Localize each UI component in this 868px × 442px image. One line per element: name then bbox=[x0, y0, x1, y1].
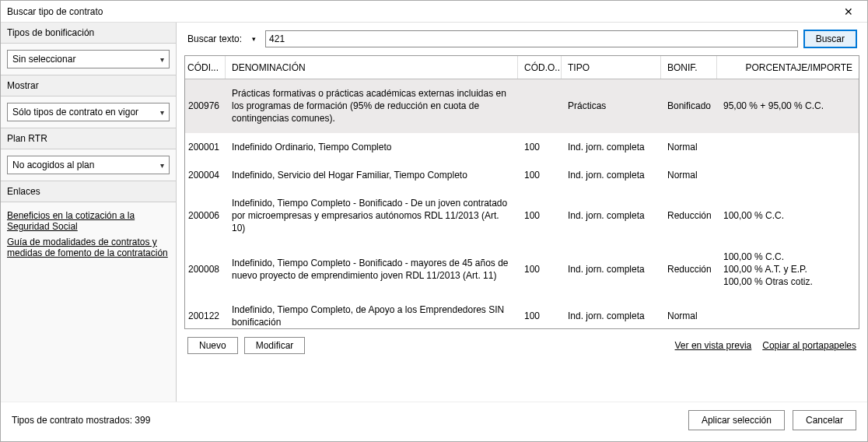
col-codigo[interactable]: CÓDI... bbox=[185, 56, 226, 79]
chevron-down-icon: ▾ bbox=[160, 161, 164, 170]
cancel-button[interactable]: Cancelar bbox=[793, 410, 856, 430]
status-count: Tipos de contrato mostrados: 399 bbox=[12, 415, 150, 426]
footer: Tipos de contrato mostrados: 399 Aplicar… bbox=[1, 402, 867, 441]
table-row[interactable]: 200001Indefinido Ordinario, Tiempo Compl… bbox=[185, 133, 859, 161]
search-button[interactable]: Buscar bbox=[804, 30, 856, 47]
cell-porcentaje bbox=[717, 133, 859, 161]
sidebar: Tipos de bonificación Sin seleccionar ▾ … bbox=[1, 23, 177, 402]
bonif-type-value: Sin seleccionar bbox=[12, 54, 75, 65]
col-tipo[interactable]: TIPO bbox=[562, 56, 661, 79]
cell-denominacion: Indefinido, Tiempo Completo - Bonificado… bbox=[226, 243, 518, 296]
cell-bonif: Reducción bbox=[661, 243, 717, 296]
mostrar-value: Sólo tipos de contrato en vigor bbox=[12, 107, 138, 118]
cell-codigo: 200008 bbox=[185, 243, 226, 296]
cell-tipo: Ind. jorn. completa bbox=[562, 189, 661, 243]
search-bar: Buscar texto: ▾ Buscar bbox=[184, 30, 859, 47]
modificar-button[interactable]: Modificar bbox=[244, 337, 306, 354]
cell-cod-o: 100 bbox=[518, 133, 562, 161]
enlaces-label: Enlaces bbox=[1, 181, 176, 202]
cell-denominacion: Prácticas formativas o prácticas académi… bbox=[226, 79, 518, 133]
cell-codigo: 200001 bbox=[185, 133, 226, 161]
main-area: Tipos de bonificación Sin seleccionar ▾ … bbox=[1, 23, 867, 402]
search-label: Buscar texto: bbox=[187, 33, 242, 44]
search-mode-dropdown-icon[interactable]: ▾ bbox=[248, 35, 259, 43]
table-row[interactable]: 200976Prácticas formativas o prácticas a… bbox=[185, 79, 859, 133]
table-header: CÓDI... DENOMINACIÓN CÓD.O... TIPO BONIF… bbox=[185, 56, 859, 79]
table-row[interactable]: 200006Indefinido, Tiempo Completo - Boni… bbox=[185, 189, 859, 243]
cell-cod-o: 100 bbox=[518, 243, 562, 296]
chevron-down-icon: ▾ bbox=[160, 108, 164, 117]
table-body[interactable]: 200976Prácticas formativas o prácticas a… bbox=[185, 79, 859, 328]
cell-cod-o: 100 bbox=[518, 296, 562, 328]
cell-denominacion: Indefinido, Tiempo Completo, de Apoyo a … bbox=[226, 296, 518, 328]
cell-bonif: Normal bbox=[661, 296, 717, 328]
plan-combo[interactable]: No acogidos al plan ▾ bbox=[7, 156, 170, 174]
mostrar-label: Mostrar bbox=[1, 75, 176, 96]
titlebar: Buscar tipo de contrato ✕ bbox=[1, 1, 867, 23]
table-row[interactable]: 200004Indefinido, Servicio del Hogar Fam… bbox=[185, 161, 859, 189]
search-input[interactable] bbox=[265, 30, 798, 47]
mostrar-combo[interactable]: Sólo tipos de contrato en vigor ▾ bbox=[7, 103, 170, 121]
window-title: Buscar tipo de contrato bbox=[7, 6, 103, 17]
plan-label: Plan RTR bbox=[1, 128, 176, 149]
bonif-type-combo[interactable]: Sin seleccionar ▾ bbox=[7, 50, 170, 68]
cell-cod-o bbox=[518, 79, 562, 133]
cell-porcentaje: 95,00 % + 95,00 % C.C. bbox=[717, 79, 859, 133]
nuevo-button[interactable]: Nuevo bbox=[187, 337, 238, 354]
col-denominacion[interactable]: DENOMINACIÓN bbox=[226, 56, 518, 79]
cell-bonif: Normal bbox=[661, 133, 717, 161]
table-actions: Nuevo Modificar Ver en vista previa Copi… bbox=[184, 329, 859, 362]
table-row[interactable]: 200122Indefinido, Tiempo Completo, de Ap… bbox=[185, 296, 859, 328]
content-pane: Buscar texto: ▾ Buscar CÓDI... DENOMINAC… bbox=[177, 23, 867, 402]
cell-codigo: 200122 bbox=[185, 296, 226, 328]
cell-bonif: Bonificado bbox=[661, 79, 717, 133]
link-vista-previa[interactable]: Ver en vista previa bbox=[675, 340, 752, 351]
cell-denominacion: Indefinido, Tiempo Completo - Bonificado… bbox=[226, 189, 518, 243]
cell-porcentaje bbox=[717, 161, 859, 189]
bonif-type-label: Tipos de bonificación bbox=[1, 23, 176, 44]
cell-bonif: Normal bbox=[661, 161, 717, 189]
cell-codigo: 200976 bbox=[185, 79, 226, 133]
cell-porcentaje: 100,00 % C.C. bbox=[717, 189, 859, 243]
cell-bonif: Reducción bbox=[661, 189, 717, 243]
cell-tipo: Ind. jorn. completa bbox=[562, 133, 661, 161]
cell-codigo: 200004 bbox=[185, 161, 226, 189]
cell-tipo: Ind. jorn. completa bbox=[562, 243, 661, 296]
plan-value: No acogidos al plan bbox=[12, 160, 94, 170]
cell-cod-o: 100 bbox=[518, 161, 562, 189]
results-table: CÓDI... DENOMINACIÓN CÓD.O... TIPO BONIF… bbox=[184, 55, 859, 329]
cell-cod-o: 100 bbox=[518, 189, 562, 243]
link-beneficios[interactable]: Beneficios en la cotización a la Segurid… bbox=[7, 210, 170, 232]
apply-selection-button[interactable]: Aplicar selección bbox=[688, 410, 785, 430]
cell-tipo: Ind. jorn. completa bbox=[562, 296, 661, 328]
cell-codigo: 200006 bbox=[185, 189, 226, 243]
chevron-down-icon: ▾ bbox=[160, 55, 164, 64]
cell-denominacion: Indefinido Ordinario, Tiempo Completo bbox=[226, 133, 518, 161]
col-bonif[interactable]: BONIF. bbox=[661, 56, 717, 79]
link-copiar-portapapeles[interactable]: Copiar al portapapeles bbox=[762, 340, 856, 351]
cell-porcentaje: 100,00 % C.C.100,00 % A.T. y E.P.100,00 … bbox=[717, 243, 859, 296]
col-cod-o[interactable]: CÓD.O... bbox=[518, 56, 562, 79]
cell-tipo: Prácticas bbox=[562, 79, 661, 133]
link-guia-modalidades[interactable]: Guía de modalidades de contratos y medid… bbox=[7, 237, 170, 258]
close-icon[interactable]: ✕ bbox=[836, 6, 861, 17]
cell-porcentaje bbox=[717, 296, 859, 328]
cell-denominacion: Indefinido, Servicio del Hogar Familiar,… bbox=[226, 161, 518, 189]
cell-tipo: Ind. jorn. completa bbox=[562, 161, 661, 189]
col-porcentaje[interactable]: PORCENTAJE/IMPORTE bbox=[717, 56, 859, 79]
table-row[interactable]: 200008Indefinido, Tiempo Completo - Boni… bbox=[185, 243, 859, 296]
